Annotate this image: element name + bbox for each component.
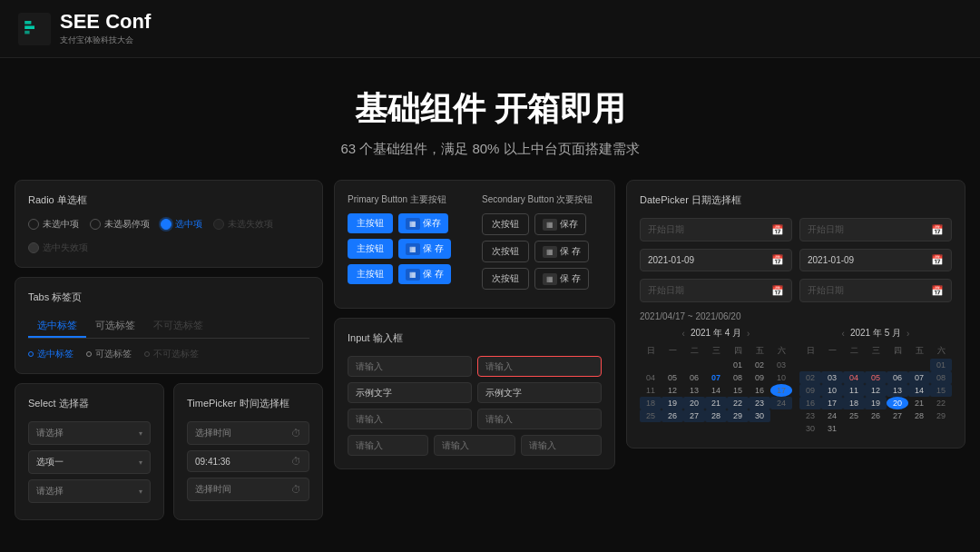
- cal-day[interactable]: 04: [843, 371, 865, 384]
- cal-day[interactable]: 15: [930, 384, 952, 397]
- cal-day[interactable]: 06: [683, 371, 705, 384]
- tab-nav-default[interactable]: 可选标签: [86, 315, 144, 338]
- cal-day[interactable]: 12: [865, 384, 887, 397]
- cal-day[interactable]: 16: [799, 397, 821, 409]
- select-box-2[interactable]: 选项一 ▾: [28, 450, 151, 474]
- cal-day[interactable]: 19: [865, 397, 887, 409]
- cal-day[interactable]: 05: [662, 371, 683, 384]
- cal-day[interactable]: 12: [662, 384, 683, 397]
- cal-day[interactable]: 03: [770, 359, 792, 371]
- cal-day[interactable]: 01: [930, 359, 952, 371]
- cal-day[interactable]: 27: [887, 409, 908, 422]
- cal-day[interactable]: 15: [727, 384, 749, 397]
- cal-day[interactable]: 18: [843, 397, 865, 409]
- cal-day[interactable]: 14: [908, 384, 930, 397]
- cal-day[interactable]: 30: [799, 422, 821, 435]
- input-field-9[interactable]: [521, 435, 602, 456]
- cal-day[interactable]: 04: [640, 371, 662, 384]
- cal-day[interactable]: 09: [799, 384, 821, 397]
- input-field-error[interactable]: [477, 356, 602, 377]
- cal-day[interactable]: 17: [821, 397, 843, 409]
- cal-day[interactable]: 19: [662, 397, 683, 409]
- timepicker-box-3[interactable]: 选择时间 ⏱: [187, 478, 309, 501]
- cal-day[interactable]: 22: [727, 397, 749, 409]
- primary-btn-3[interactable]: 主按钮: [348, 264, 393, 284]
- date-input-5[interactable]: 开始日期 📅: [640, 279, 792, 302]
- cal-day[interactable]: 27: [683, 409, 705, 422]
- input-field-7[interactable]: [348, 435, 428, 456]
- cal-day[interactable]: 11: [640, 384, 662, 397]
- cal-day[interactable]: 26: [865, 409, 887, 422]
- radio-item-2[interactable]: 未选易停项: [90, 218, 150, 231]
- cal-day[interactable]: 16: [749, 384, 770, 397]
- secondary-btn-1[interactable]: 次按钮: [482, 213, 529, 235]
- input-field-6[interactable]: [477, 409, 602, 429]
- cal-day[interactable]: 20: [887, 397, 908, 409]
- cal-day[interactable]: 21: [705, 397, 727, 409]
- cal-day[interactable]: 09: [749, 371, 770, 384]
- primary-btn-icon-2[interactable]: ▦ 保 存: [398, 239, 451, 259]
- cal-day[interactable]: 13: [683, 384, 705, 397]
- cal-day[interactable]: 24: [821, 409, 843, 422]
- cal-day[interactable]: 24: [770, 397, 792, 409]
- cal-day[interactable]: 21: [908, 397, 930, 409]
- secondary-btn-3[interactable]: 次按钮: [482, 268, 529, 290]
- cal-day[interactable]: 23: [799, 409, 821, 422]
- cal-day[interactable]: 02: [799, 371, 821, 384]
- radio-item-1[interactable]: 未选中项: [28, 218, 79, 231]
- cal-day[interactable]: 26: [662, 409, 683, 422]
- secondary-btn-2[interactable]: 次按钮: [482, 241, 529, 262]
- cal-day[interactable]: 29: [930, 409, 952, 422]
- date-input-3[interactable]: 2021-01-09 📅: [640, 249, 792, 271]
- cal-day[interactable]: 10: [770, 371, 792, 384]
- date-input-6[interactable]: 开始日期 📅: [799, 279, 952, 302]
- cal-day[interactable]: 06: [887, 371, 908, 384]
- secondary-btn-icon-2[interactable]: ▦ 保 存: [534, 241, 589, 262]
- tab-content-selected[interactable]: 选中标签: [28, 348, 74, 360]
- cal-day[interactable]: 31: [821, 422, 843, 435]
- cal-day[interactable]: 30: [749, 409, 770, 422]
- primary-btn-2[interactable]: 主按钮: [348, 239, 393, 259]
- tab-nav-selected[interactable]: 选中标签: [28, 315, 86, 338]
- cal-day[interactable]: 03: [821, 371, 843, 384]
- cal-day[interactable]: 23: [749, 397, 770, 409]
- cal-day[interactable]: 25: [640, 409, 662, 422]
- secondary-btn-icon-3[interactable]: ▦ 保 存: [534, 268, 589, 290]
- cal-day[interactable]: 07: [705, 371, 727, 384]
- cal-may-prev[interactable]: ‹: [842, 329, 845, 339]
- date-input-4[interactable]: 2021-01-09 📅: [799, 249, 952, 271]
- tab-content-default[interactable]: 可选标签: [86, 348, 132, 360]
- cal-prev-btn[interactable]: ‹: [682, 329, 685, 339]
- cal-day[interactable]: 20: [683, 397, 705, 409]
- timepicker-box-1[interactable]: 选择时间 ⏱: [187, 421, 309, 445]
- date-input-2[interactable]: 开始日期 📅: [799, 218, 952, 242]
- cal-day[interactable]: 11: [843, 384, 865, 397]
- cal-day[interactable]: 05: [865, 371, 887, 384]
- cal-april-next[interactable]: ›: [747, 329, 750, 339]
- cal-day[interactable]: 29: [727, 409, 749, 422]
- primary-btn-icon-1[interactable]: ▦ 保存: [398, 213, 448, 233]
- select-box-3[interactable]: 请选择 ▾: [28, 479, 151, 503]
- cal-day[interactable]: 08: [727, 371, 749, 384]
- secondary-btn-icon-1[interactable]: ▦ 保存: [534, 213, 586, 235]
- radio-item-3[interactable]: 选中项: [161, 218, 202, 231]
- timepicker-box-2[interactable]: 09:41:36 ⏱: [187, 450, 309, 472]
- cal-day[interactable]: 14: [705, 384, 727, 397]
- cal-day[interactable]: 07: [908, 371, 930, 384]
- input-field-3[interactable]: [348, 382, 472, 403]
- cal-day[interactable]: 17: [770, 384, 792, 397]
- date-input-1[interactable]: 开始日期 📅: [640, 218, 792, 242]
- primary-btn-1[interactable]: 主按钮: [348, 213, 393, 233]
- primary-btn-icon-3[interactable]: ▦ 保 存: [398, 264, 451, 284]
- cal-day[interactable]: 18: [640, 397, 662, 409]
- input-field-8[interactable]: [434, 435, 514, 456]
- cal-day[interactable]: 25: [843, 409, 865, 422]
- cal-day[interactable]: 02: [749, 359, 770, 371]
- cal-day[interactable]: 28: [705, 409, 727, 422]
- cal-day[interactable]: 10: [821, 384, 843, 397]
- cal-day[interactable]: 08: [930, 371, 952, 384]
- cal-day[interactable]: 13: [887, 384, 908, 397]
- cal-day[interactable]: 01: [727, 359, 749, 371]
- select-box-1[interactable]: 请选择 ▾: [28, 421, 151, 445]
- input-field-4[interactable]: [477, 382, 602, 403]
